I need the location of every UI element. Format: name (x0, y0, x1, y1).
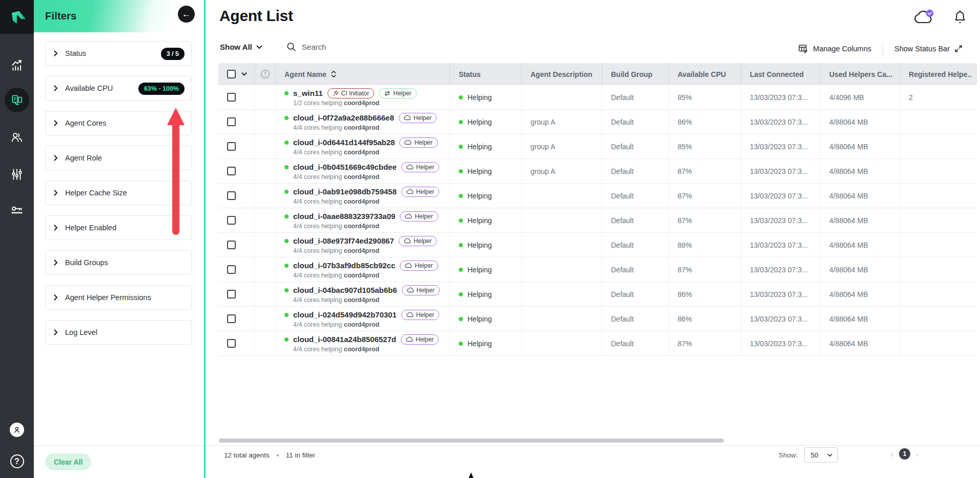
agent-name: cloud_i-0ab91e098db759458 (293, 187, 397, 196)
row-checkbox[interactable] (227, 339, 236, 348)
sidebar-item-settings[interactable] (0, 168, 34, 181)
chevron-right-icon (53, 260, 58, 266)
select-all-checkbox[interactable] (227, 70, 236, 78)
row-alert-cell (255, 110, 276, 134)
filter-item-build-groups[interactable]: Build Groups (45, 250, 192, 275)
agent-subtext: 4/4 cores helping coord4prod (293, 272, 379, 279)
collapse-filters-button[interactable]: ← (178, 6, 195, 23)
current-page-indicator[interactable]: 1 (899, 448, 910, 460)
agent-name-line: cloud_i-0d6441d144f95ab28Helper (284, 137, 438, 148)
agent-name-line: cloud_i-024d549d942b70301Helper (284, 310, 439, 320)
coordinator-name: coord4prod (344, 346, 379, 353)
table-row[interactable]: cloud_i-0aae8883239733a09Helper4/4 cores… (218, 208, 977, 233)
row-checkbox[interactable] (227, 241, 236, 249)
row-checkbox[interactable] (227, 191, 236, 200)
online-status-dot (284, 116, 289, 120)
cores-helping-text: 4/4 cores helping (293, 198, 342, 205)
row-checkbox[interactable] (227, 290, 236, 298)
clear-all-button[interactable]: Clear All (45, 453, 91, 470)
column-header-agent-name[interactable]: Agent Name (276, 63, 450, 85)
sidebar-item-agents[interactable] (5, 88, 29, 112)
users-icon (10, 130, 24, 144)
cloud-icon (406, 312, 414, 317)
column-header-agent-description: Agent Description (522, 63, 602, 85)
last-connected-cell: 13/03/2023 07:3... (741, 184, 821, 208)
agent-name: cloud_i-0d6441d144f95ab28 (293, 138, 395, 147)
show-status-bar-button[interactable]: Show Status Bar (894, 45, 963, 53)
filter-item-available-cpu[interactable]: Available CPU63% - 100% (45, 76, 192, 101)
row-checkbox[interactable] (227, 93, 236, 102)
badge-helper: Helper (400, 211, 438, 222)
agent-subtext: 4/4 cores helping coord4prod (293, 149, 379, 156)
row-checkbox[interactable] (227, 216, 236, 225)
agent-name-line: cloud_i-08e973f74ed290867Helper (284, 236, 437, 246)
filter-item-agent-cores[interactable]: Agent Cores (45, 111, 192, 135)
manage-columns-button[interactable]: Manage Columns (799, 44, 871, 53)
used-helpers-cell: 4/88064 MB (821, 307, 900, 331)
page-size-select[interactable]: 50 (804, 447, 838, 463)
person-icon (12, 425, 22, 434)
sidebar-item-profile[interactable] (0, 423, 34, 437)
cloud-status-button[interactable] (914, 9, 935, 26)
status-dot (459, 317, 463, 321)
table-row[interactable]: cloud_i-0d6441d144f95ab28Helper4/4 cores… (218, 134, 977, 159)
previous-page-button[interactable]: ‹ (891, 450, 893, 458)
table-row[interactable]: cloud_i-024d549d942b70301Helper4/4 cores… (218, 307, 977, 331)
filter-item-log-level[interactable]: Log Level (45, 320, 192, 345)
row-checkbox[interactable] (227, 142, 236, 151)
notifications-button[interactable] (953, 10, 967, 25)
status-dot (459, 145, 463, 149)
sidebar-item-users[interactable] (0, 130, 34, 144)
chevron-right-icon (53, 225, 58, 231)
coordinator-name: coord4prod (344, 247, 379, 254)
filter-item-helper-cache-size[interactable]: Helper Cache Size (45, 181, 192, 205)
agent-name-line: s_win11CI InitiatorHelper (284, 88, 417, 98)
last-connected-cell: 13/03/2023 07:3... (741, 208, 821, 232)
manage-columns-icon (799, 44, 808, 53)
row-checkbox[interactable] (227, 117, 236, 126)
chevron-right-icon (53, 190, 58, 196)
last-connected-cell: 13/03/2023 07:3... (741, 110, 821, 134)
cloud-icon (406, 189, 414, 194)
filter-item-agent-role[interactable]: Agent Role (45, 146, 192, 170)
used-helpers-cell: 4/88064 MB (821, 134, 900, 158)
table-row[interactable]: cloud_i-00841a24b8506527dHelper4/4 cores… (218, 331, 977, 356)
cloud-icon (404, 115, 411, 121)
row-checkbox[interactable] (227, 314, 236, 323)
table-row[interactable]: cloud_i-04bac907d105ab6b6Helper4/4 cores… (218, 282, 977, 307)
online-status-dot (284, 165, 289, 169)
filter-item-helper-enabled[interactable]: Helper Enabled (45, 215, 192, 240)
status-cell: Helping (450, 184, 522, 208)
search-input[interactable] (302, 43, 404, 51)
horizontal-scrollbar[interactable] (219, 439, 724, 443)
description-cell: group A (522, 110, 602, 134)
table-row[interactable]: cloud_i-0ab91e098db759458Helper4/4 cores… (218, 184, 977, 208)
row-checkbox[interactable] (227, 167, 236, 175)
sort-icon[interactable] (331, 71, 336, 77)
filter-badge: 3 / 5 (161, 48, 185, 60)
sidebar-item-analytics[interactable] (0, 58, 34, 72)
table-row[interactable]: cloud_i-0b0451669c49cbdeeHelper4/4 cores… (218, 159, 977, 184)
agent-name-cell: cloud_i-0ab91e098db759458Helper4/4 cores… (276, 184, 450, 208)
table-row[interactable]: cloud_i-0f72a9a2e88b666e8Helper4/4 cores… (218, 110, 977, 134)
table-row[interactable]: cloud_i-08e973f74ed290867Helper4/4 cores… (218, 233, 977, 257)
table-row[interactable]: s_win11CI InitiatorHelper1/2 cores helpi… (218, 85, 977, 110)
description-cell (522, 257, 602, 282)
online-status-dot (284, 91, 289, 95)
sidebar-item-license[interactable] (0, 204, 34, 217)
select-menu-chevron-icon[interactable] (241, 72, 247, 76)
used-helpers-cell: 4/88064 MB (821, 184, 900, 208)
show-all-dropdown[interactable]: Show All (220, 43, 262, 51)
row-checkbox[interactable] (227, 265, 236, 274)
search-box[interactable] (287, 42, 404, 52)
header-select-cell (218, 63, 255, 85)
filter-label: Status (65, 49, 86, 57)
filters-header: Filters ← (34, 0, 204, 32)
next-page-button[interactable]: › (916, 450, 918, 458)
filter-item-agent-helper-permissions[interactable]: Agent Helper Permissions (45, 285, 192, 310)
badge-label: Helper (416, 164, 434, 171)
alert-icon (260, 69, 270, 79)
sidebar-item-help[interactable]: ? (0, 454, 34, 468)
table-row[interactable]: cloud_i-07b3af9db85cb92ccHelper4/4 cores… (218, 257, 977, 282)
filter-item-status[interactable]: Status3 / 5 (45, 41, 192, 66)
